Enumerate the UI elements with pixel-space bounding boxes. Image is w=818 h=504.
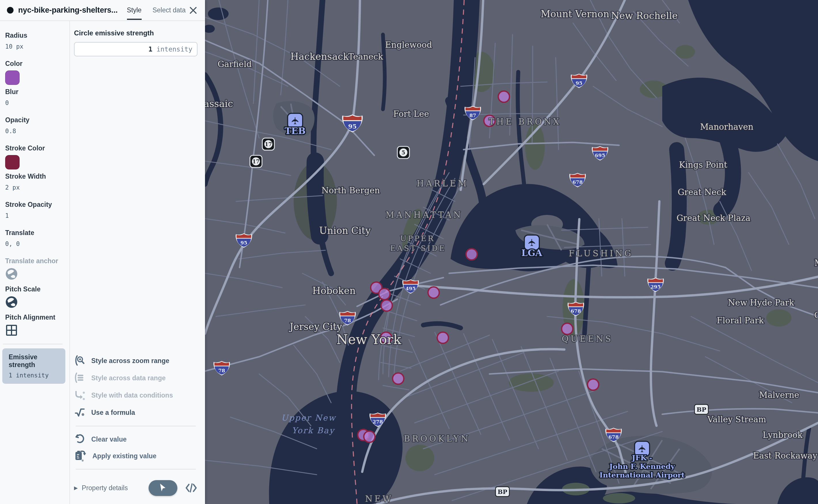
svg-text:678: 678 [572,179,583,185]
panel-header: nyc-bike-parking-shelters... StyleSelect… [0,0,205,21]
conditions-icon [74,390,85,401]
globe-icon [5,296,18,308]
cursor-mode-button[interactable] [148,480,177,496]
cursor-icon [159,483,167,492]
intensity-value: 1 [148,45,152,53]
city-label: North Bergen [322,186,380,195]
shelter-point[interactable] [588,379,599,390]
sidebar-item-color[interactable]: Color [5,60,69,79]
code-view-icon[interactable] [185,482,197,494]
sidebar-item-stroke-width[interactable]: Stroke Width2 px [5,173,69,191]
sidebar-item-blur[interactable]: Blur0 [5,88,69,107]
option-style-across-zoom-range[interactable]: Style across zoom range [74,352,197,369]
property-value: 0, 0 [5,240,69,247]
grid-icon [5,324,18,337]
color-swatch[interactable] [5,155,20,169]
formula-icon [74,407,85,418]
sidebar-item-pitch-alignment[interactable]: Pitch Alignment [5,314,69,332]
sidebar-item-translate-anchor[interactable]: Translate anchor [5,257,69,276]
option-apply-existing-value[interactable]: Apply existing value [74,448,197,464]
marsh-island [603,493,635,503]
svg-text:BP: BP [697,406,706,413]
city-label: Hackensack [291,51,349,62]
option-label: Style across data range [91,374,165,382]
selected-property-value: 1 intensity [9,372,65,379]
shelter-point[interactable] [562,323,573,335]
svg-text:95: 95 [575,80,582,86]
city-label: Lynbrook [763,430,803,440]
shelter-point[interactable] [379,289,390,300]
state-route-shield-17: 17 [250,155,262,167]
sidebar-item-stroke-opacity[interactable]: Stroke Opacity1 [5,201,69,219]
city-label: Garfield [218,59,252,69]
property-value: 0 [5,100,69,106]
property-value: 1 [5,212,69,219]
city-label: Mi [815,258,818,268]
city-label: Kings Point [679,160,727,170]
interstate-shield-678: 678 [569,173,585,187]
airport-label: International Airport [599,471,685,479]
shelter-point[interactable] [364,431,375,442]
close-icon[interactable] [188,5,198,15]
intensity-input[interactable]: 1 intensity [74,42,197,56]
map-canvas[interactable]: 95879569567829567849578957827867817175BP… [205,0,818,504]
spacer [74,56,197,352]
color-swatch[interactable] [5,70,20,85]
option-style-across-data-range: Style across data range [74,369,197,387]
city-label: Fort Lee [393,109,429,119]
svg-text:678: 678 [571,308,581,314]
airport-label: TEB [285,126,306,136]
sidebar-item-emissive-strength[interactable]: Emissive strength 1 intensity [2,348,65,384]
city-label: Englewood [385,40,432,50]
property-name: Opacity [5,117,69,124]
neighborhood-label: UPPER [400,234,435,243]
svg-text:87: 87 [469,112,476,118]
undo-icon [74,433,85,446]
property-value: 0.8 [5,128,69,135]
property-name: Blur [5,88,69,96]
editor-footer: ▶ Property details [74,474,197,502]
interstate-shield-78: 78 [214,361,230,375]
option-clear-value[interactable]: Clear value [74,431,197,448]
sidebar-item-radius[interactable]: Radius10 px [5,32,69,50]
property-name: Pitch Scale [5,286,69,293]
property-name: Translate [5,229,69,236]
property-name: Stroke Color [5,145,69,152]
option-label: Style across zoom range [91,357,169,365]
svg-text:✈: ✈ [289,117,301,125]
interstate-shield-695: 695 [592,146,608,161]
shelter-point[interactable] [428,287,439,298]
water-label: Upper New [281,413,336,423]
svg-text:95: 95 [241,240,247,246]
panel-body: Radius10 pxColorBlur0Opacity0.8Stroke Co… [0,21,205,504]
airport-label: LGA [521,248,542,258]
sidebar-item-translate[interactable]: Translate0, 0 [5,229,69,248]
city-label: Teaneck [348,52,383,62]
option-use-a-formula[interactable]: Use a formula [74,404,197,421]
svg-text:695: 695 [595,152,605,158]
style-panel: nyc-bike-parking-shelters... StyleSelect… [0,0,205,504]
tab-select-data[interactable]: Select data [152,1,186,19]
property-name: Radius [5,32,69,39]
sidebar-item-opacity[interactable]: Opacity0.8 [5,117,69,135]
svg-text:78: 78 [218,368,225,373]
shelter-point[interactable] [466,249,477,260]
svg-text:495: 495 [405,286,416,291]
property-editor: Circle emissive strength 1 intensity Sty… [70,21,205,504]
tab-style[interactable]: Style [127,1,142,19]
map-style-editor-app: nyc-bike-parking-shelters... StyleSelect… [0,0,818,504]
triangle-right-icon: ▶ [74,485,78,491]
shelter-point[interactable] [393,373,404,384]
city-label: Great Neck [678,187,727,197]
shelter-point[interactable] [498,91,510,102]
property-name: Translate anchor [5,257,69,265]
shelter-point[interactable] [437,332,449,343]
sidebar-item-stroke-color[interactable]: Stroke Color [5,145,69,163]
shelter-point[interactable] [381,300,392,311]
sidebar-item-pitch-scale[interactable]: Pitch Scale [5,286,69,304]
city-label: New York [336,332,402,347]
property-value: 10 px [5,43,69,50]
neighborhood-label: HARLEM [417,179,468,188]
editor-heading: Circle emissive strength [74,29,197,37]
property-details-toggle[interactable]: ▶ Property details [74,484,128,492]
